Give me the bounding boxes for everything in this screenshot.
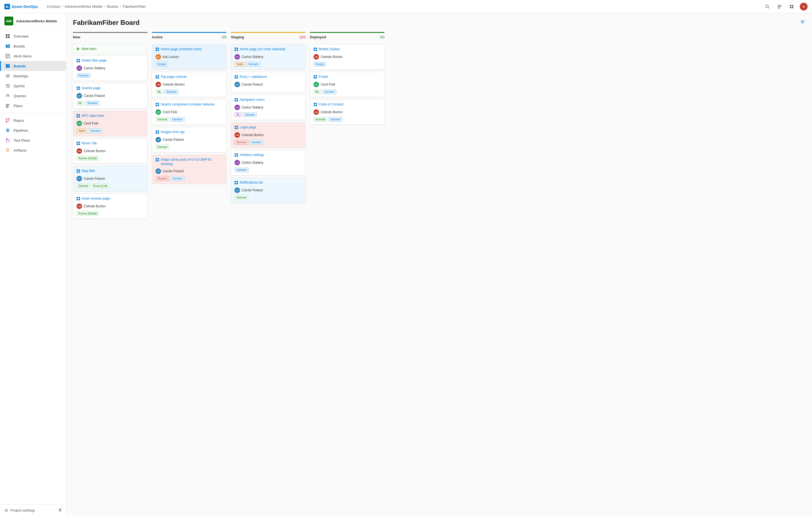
- sidebar-item-queries[interactable]: Queries: [0, 91, 66, 101]
- svg-point-30: [6, 118, 7, 120]
- work-item-icon: [234, 126, 238, 130]
- board-card[interactable]: Room TabCBCeleste BurtonRooms (Detail): [73, 138, 147, 164]
- card-tag[interactable]: General: [155, 145, 169, 149]
- board-card[interactable]: Home page (selected room)KLKat LarsonDes…: [152, 44, 227, 69]
- card-tag[interactable]: Xamarin: [234, 168, 249, 172]
- card-tag[interactable]: General: [77, 184, 90, 188]
- svg-rect-45: [77, 87, 78, 88]
- new-item-button[interactable]: New item: [73, 44, 147, 53]
- sidebar-item-testplans[interactable]: Test Plans: [0, 135, 66, 145]
- search-icon[interactable]: [763, 3, 771, 10]
- sidebar-item-backlogs[interactable]: Backlogs: [0, 71, 66, 81]
- card-tag[interactable]: Xamarin: [243, 112, 257, 117]
- sidebar-item-workitems[interactable]: Work Items: [0, 51, 66, 61]
- assignee-name: Carlos Slattery: [242, 55, 263, 59]
- board-card[interactable]: Hotels filter pageCSCarlos SlatteryXamar…: [73, 56, 147, 81]
- work-item-icon: [155, 158, 159, 162]
- project-settings-link[interactable]: Project settings: [4, 508, 35, 512]
- assignee-avatar: CP: [155, 137, 161, 143]
- svg-rect-7: [792, 5, 793, 6]
- sidebar-item-repos[interactable]: Repos: [0, 115, 66, 125]
- breadcrumb-item-boards[interactable]: Boards: [107, 4, 118, 8]
- filter-icon: [800, 20, 805, 25]
- assignee-avatar: CS: [77, 65, 82, 71]
- card-tag[interactable]: Xamarin: [246, 62, 260, 66]
- card-tag[interactable]: Xamarin: [322, 89, 337, 94]
- card-tag[interactable]: Design: [155, 62, 168, 66]
- card-tag[interactable]: Spike: [234, 62, 245, 66]
- sidebar-item-pipelines[interactable]: Pipelines: [0, 125, 66, 135]
- tasks-icon[interactable]: [776, 3, 783, 10]
- board-card[interactable]: Home page (no room selected)CSCarlos Sla…: [231, 44, 306, 69]
- topbar-actions: U: [763, 3, 808, 10]
- card-tag[interactable]: Xamarin: [328, 117, 343, 122]
- card-tag[interactable]: General: [234, 195, 248, 200]
- filter-button[interactable]: [800, 20, 805, 26]
- sidebar-item-artifacts[interactable]: Artifacts: [0, 145, 66, 155]
- breadcrumb-item-contoso[interactable]: Contoso: [47, 4, 60, 8]
- board-card[interactable]: Guests pageCPCarole PolandMLXamarin: [73, 83, 147, 109]
- svg-rect-114: [316, 75, 317, 77]
- breadcrumb-item-adventureworks[interactable]: AdventureWorks Mobile: [65, 4, 103, 8]
- card-tag[interactable]: Xamarin: [170, 117, 184, 122]
- card-tag[interactable]: ML: [155, 89, 163, 94]
- card-tag[interactable]: Xamarin: [164, 89, 178, 94]
- sidebar-item-overview[interactable]: Overview: [0, 31, 66, 41]
- card-tag[interactable]: Xamarin: [250, 140, 263, 145]
- sidebar-item-plans[interactable]: Plans: [0, 101, 66, 111]
- card-tag[interactable]: Blocked: [155, 176, 169, 181]
- svg-rect-95: [235, 100, 236, 101]
- assignee-avatar: CP: [234, 82, 240, 87]
- board-card[interactable]: Login pageCBCeleste BurtonBlockedXamarin: [231, 122, 306, 148]
- board-card[interactable]: Mobile (Spike)CBCeleste BurtonDesign: [310, 44, 384, 69]
- card-assignee: CFCecil Folk: [155, 109, 223, 115]
- card-tag[interactable]: Blocked: [234, 140, 248, 145]
- assignee-name: Celeste Burton: [84, 204, 106, 208]
- user-avatar[interactable]: U: [800, 3, 808, 10]
- svg-rect-100: [237, 128, 238, 129]
- breadcrumb-sep-2: /: [105, 4, 106, 8]
- board-card[interactable]: Images from apiCPCarole PolandGeneral: [152, 127, 227, 152]
- card-tag[interactable]: Rooms (Detail): [77, 211, 99, 216]
- card-tag[interactable]: Xamarin: [85, 101, 99, 105]
- sidebar-item-boards[interactable]: Boards: [0, 61, 66, 71]
- board-card[interactable]: Search component complex featuresCFCecil…: [152, 99, 227, 125]
- board-card[interactable]: Navigation menuCSCarlos SlatteryALXamari…: [231, 95, 306, 120]
- board-card[interactable]: Notifications listCPCarole PolandGeneral: [231, 178, 306, 203]
- card-tag[interactable]: ML: [314, 89, 321, 94]
- card-tag[interactable]: AL: [234, 112, 242, 117]
- card-tag[interactable]: Xamarin: [88, 128, 103, 133]
- app-logo[interactable]: Azure DevOps: [4, 4, 38, 9]
- card-tag[interactable]: Design: [314, 62, 326, 66]
- board-card[interactable]: NFC open doorCFCecil FolkSpikeXamarin: [73, 111, 147, 136]
- card-tag[interactable]: General: [314, 117, 327, 122]
- assignee-name: Celeste Burton: [321, 110, 343, 114]
- svg-rect-60: [79, 172, 80, 173]
- board-card[interactable]: Code of ConductCBCeleste BurtonGeneralXa…: [310, 99, 384, 125]
- breadcrumb-item-fabrikam[interactable]: FabrikamFiber: [123, 4, 146, 8]
- card-tag[interactable]: Xamarin: [170, 176, 184, 181]
- board-card[interactable]: Hotel reviews pageCBCeleste BurtonRooms …: [73, 193, 147, 219]
- sidebar-header: AW AdventureWorks Mobile: [0, 13, 66, 29]
- board-card[interactable]: Adapt some parts of UI to UWP for Deskto…: [152, 155, 227, 184]
- work-item-icon: [155, 75, 159, 80]
- store-icon[interactable]: [788, 3, 795, 10]
- card-tag[interactable]: Rooms (Detail): [77, 156, 99, 161]
- card-tag[interactable]: General: [155, 117, 169, 122]
- board: NewNew itemHotels filter pageCSCarlos Sl…: [73, 32, 805, 221]
- board-card[interactable]: Entry + validationsCPCarole Poland: [231, 72, 306, 92]
- card-tag[interactable]: Room [List]: [91, 184, 109, 188]
- sidebar-item-boards-section[interactable]: Boards: [0, 41, 66, 51]
- board-card[interactable]: FooterCFCecil FolkMLXamarin: [310, 72, 384, 97]
- board-card[interactable]: Map filterCPCarole PolandGeneralRoom [Li…: [73, 166, 147, 191]
- sidebar-item-sprints[interactable]: Sprints: [0, 81, 66, 91]
- column-title-active: Active: [152, 35, 163, 39]
- card-tag[interactable]: Xamarin: [77, 73, 91, 78]
- work-item-icon: [234, 48, 238, 52]
- card-tag[interactable]: ML: [77, 101, 84, 105]
- board-card[interactable]: Ambient settingsCSCarlos SlatteryXamarin: [231, 150, 306, 175]
- card-tag[interactable]: Spike: [77, 128, 87, 133]
- collapse-sidebar-button[interactable]: [58, 508, 62, 513]
- card-assignee: CSCarlos Slattery: [234, 160, 302, 165]
- board-card[interactable]: Top page controlsCBCeleste BurtonMLXamar…: [152, 72, 227, 97]
